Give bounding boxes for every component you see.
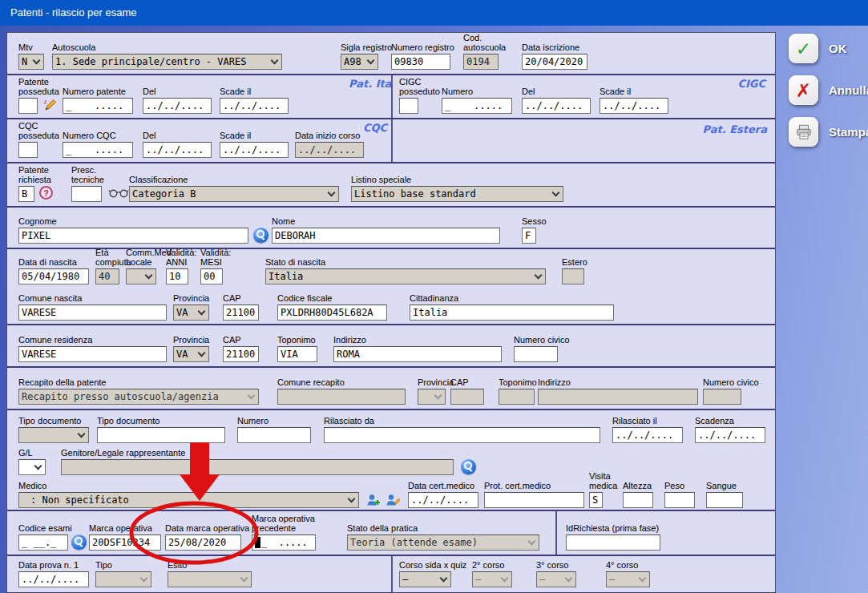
prot-cert-medico-label: Prot. cert.medico bbox=[484, 481, 551, 490]
visita-medica-input[interactable]: S bbox=[589, 492, 603, 508]
nome-input[interactable]: DEBORAH bbox=[272, 228, 500, 244]
cigc-del-input[interactable]: ../../.... bbox=[522, 98, 591, 114]
presc-tecniche-label: Presc. tecniche bbox=[71, 165, 104, 184]
numero-patente-label: Numero patente bbox=[63, 87, 126, 96]
edit-person-icon[interactable] bbox=[386, 493, 400, 507]
autoscuola-label: Autoscuola bbox=[52, 42, 95, 52]
comune-nascita-label: Comune nascita bbox=[18, 293, 83, 303]
chevron-down-icon bbox=[565, 575, 573, 583]
rilasciato-da-label: Rilasciato da bbox=[324, 416, 374, 426]
ok-button[interactable]: ✓ OK bbox=[789, 34, 847, 63]
numero-civico-input[interactable] bbox=[514, 346, 558, 362]
stampa-button[interactable]: Stampa bbox=[789, 117, 868, 147]
provincia-residenza-dropdown[interactable]: VA bbox=[173, 346, 209, 362]
idrichiesta-input[interactable] bbox=[566, 535, 660, 551]
comm-med-locale-dropdown[interactable] bbox=[126, 268, 156, 284]
estero-input bbox=[562, 268, 584, 284]
cqc-del-label: Del bbox=[143, 131, 156, 140]
validita-mesi-input[interactable]: 00 bbox=[200, 268, 223, 284]
altezza-input[interactable] bbox=[623, 492, 653, 508]
sigla-registro-dropdown[interactable]: A98 bbox=[341, 54, 378, 70]
section-residenza: Comune residenza VARESE Provincia VA CAP… bbox=[7, 325, 775, 368]
section-patente-cigc: Patente posseduta Numero patente _ .....… bbox=[7, 75, 775, 119]
marca-operativa-input[interactable]: 20DSF10234 bbox=[89, 535, 161, 551]
chevron-down-icon bbox=[348, 495, 356, 503]
patente-richiesta-input[interactable]: B bbox=[18, 186, 34, 202]
peso-input[interactable] bbox=[664, 492, 695, 508]
medico-dropdown[interactable]: : Non specificato bbox=[18, 492, 359, 508]
data-marca-operativa-input[interactable]: 25/08/2020 bbox=[165, 535, 241, 551]
add-person-icon[interactable] bbox=[366, 493, 381, 507]
validita-anni-input[interactable]: 10 bbox=[166, 268, 188, 284]
numero-registro-label: Numero registro bbox=[391, 42, 454, 52]
tipo-documento-input[interactable] bbox=[97, 427, 225, 443]
cqc-del-input[interactable]: ../../.... bbox=[143, 142, 212, 158]
cittadinanza-input[interactable]: Italia bbox=[410, 305, 614, 321]
mtv-dropdown[interactable]: N bbox=[18, 54, 44, 70]
toponimo-recapito-input bbox=[499, 389, 535, 405]
patente-scade-input[interactable]: ../../.... bbox=[220, 98, 289, 114]
cap-residenza-input[interactable]: 21100 bbox=[223, 346, 259, 362]
presc-tecniche-input[interactable] bbox=[71, 186, 102, 202]
numero-patente-input[interactable]: _ ..... bbox=[63, 98, 133, 114]
indirizzo-input[interactable]: ROMA bbox=[333, 346, 502, 362]
printer-icon bbox=[789, 117, 818, 147]
numero-registro-input[interactable]: 09830 bbox=[391, 54, 450, 70]
comune-nascita-input[interactable]: VARESE bbox=[18, 305, 167, 321]
cigc-scade-input[interactable]: ../../.... bbox=[600, 98, 668, 114]
cqc-scade-input[interactable]: ../../.... bbox=[220, 142, 289, 158]
classificazione-dropdown[interactable]: Categoria B bbox=[129, 186, 339, 202]
autoscuola-dropdown[interactable]: 1. Sede principale/centro - VARES bbox=[52, 54, 282, 70]
peso-label: Peso bbox=[664, 481, 684, 490]
cigc-numero-input[interactable]: _ ..... bbox=[442, 98, 512, 114]
search-icon[interactable] bbox=[461, 459, 476, 474]
indirizzo-recapito-input bbox=[538, 389, 698, 405]
data-iscrizione-input[interactable]: 20/04/2020 bbox=[522, 54, 587, 70]
data-prova-1-input[interactable]: ../../.... bbox=[18, 571, 89, 587]
cap-nascita-input[interactable]: 21100 bbox=[223, 305, 259, 321]
comune-residenza-input[interactable]: VARESE bbox=[18, 346, 167, 362]
codice-fiscale-input[interactable]: PXLDRH80D45L682A bbox=[277, 305, 387, 321]
provincia-nascita-dropdown[interactable]: VA bbox=[173, 305, 209, 321]
prot-cert-medico-input[interactable] bbox=[484, 492, 584, 508]
comune-recapito-input bbox=[277, 389, 406, 405]
chevron-down-icon bbox=[33, 57, 41, 65]
cqc-posseduta-label: CQC posseduta bbox=[18, 121, 59, 140]
marca-precedente-input[interactable]: _ ..... bbox=[252, 535, 316, 551]
codice-fiscale-label: Codice fiscale bbox=[277, 293, 332, 303]
sesso-input[interactable]: F bbox=[522, 228, 536, 244]
patente-del-input[interactable]: ../../.... bbox=[143, 98, 212, 114]
data-cert-medico-input[interactable]: ../../.... bbox=[408, 492, 478, 508]
scadenza-input[interactable]: ../../.... bbox=[695, 427, 765, 443]
rilasciato-da-input[interactable] bbox=[324, 427, 600, 443]
listino-speciale-dropdown[interactable]: Listino base standard bbox=[351, 186, 563, 202]
data-nascita-input[interactable]: 05/04/1980 bbox=[18, 268, 89, 284]
toponimo-input[interactable]: VIA bbox=[277, 346, 317, 362]
pat-estera-badge: Pat. Estera bbox=[703, 123, 767, 135]
stato-nascita-dropdown[interactable]: Italia bbox=[265, 268, 546, 284]
search-icon[interactable] bbox=[253, 228, 268, 243]
gl-label: G/L bbox=[18, 448, 33, 458]
rilasciato-il-input[interactable]: ../../.... bbox=[612, 427, 683, 443]
gl-dropdown[interactable] bbox=[18, 459, 46, 475]
cognome-input[interactable]: PIXEL bbox=[18, 228, 248, 244]
search-icon[interactable] bbox=[71, 535, 87, 550]
section-esami: Codice esami _ __._ Marca operativa 20DS… bbox=[7, 511, 775, 556]
documento-numero-input[interactable] bbox=[237, 427, 311, 443]
sigla-registro-label: Sigla registro bbox=[341, 42, 392, 52]
edit-pencil-icon[interactable] bbox=[42, 98, 57, 112]
numero-cqc-input[interactable]: _ ..... bbox=[63, 142, 133, 158]
patente-posseduta-input[interactable] bbox=[18, 98, 38, 114]
cigc-posseduto-input[interactable] bbox=[399, 98, 418, 114]
annulla-button[interactable]: ✗ Annulla bbox=[789, 75, 868, 105]
glasses-icon[interactable] bbox=[108, 188, 129, 198]
codice-esami-input[interactable]: _ __._ bbox=[18, 535, 68, 551]
cqc-posseduta-input[interactable] bbox=[18, 142, 38, 158]
corso-4-dropdown: – bbox=[606, 571, 650, 587]
corso-sida-quiz-dropdown[interactable]: – bbox=[399, 571, 451, 587]
help-question-icon[interactable]: ? bbox=[39, 186, 53, 200]
marca-operativa-label: Marca operativa bbox=[89, 523, 152, 533]
chevron-down-icon bbox=[367, 57, 375, 65]
tipo-documento-dropdown[interactable] bbox=[18, 427, 89, 443]
sangue-input[interactable] bbox=[706, 492, 743, 508]
